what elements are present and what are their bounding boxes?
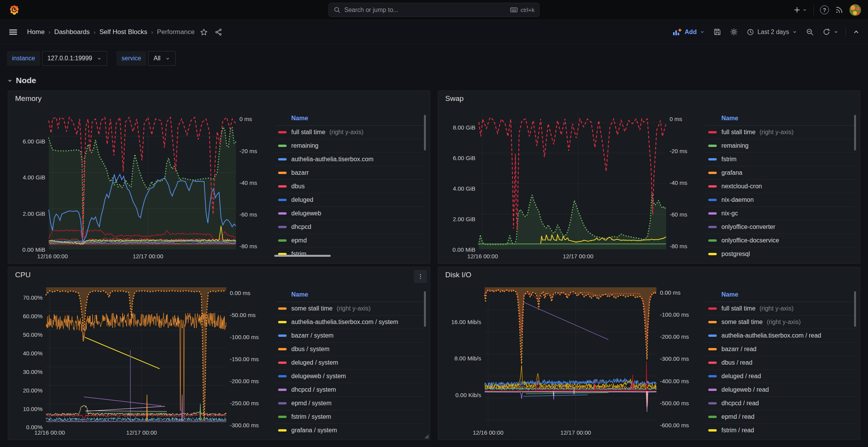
legend-item[interactable]: dbus / read [705,356,855,370]
legend-item-name: fstrim / system [291,413,331,420]
legend-item[interactable]: authelia-authelia.tiserbox.com / system [275,316,425,329]
refresh-button[interactable] [821,26,840,38]
legend-item[interactable]: dhcpcd / read [705,397,855,410]
legend-item[interactable]: deluged / read [705,370,855,383]
legend-item-name: nix-daemon [721,196,754,203]
legend-item[interactable]: remaining [705,139,855,153]
add-button[interactable]: Add [671,26,706,38]
search-placeholder: Search or jump to... [344,7,506,14]
panel-title-cpu[interactable]: CPU [15,271,31,279]
legend-item[interactable]: deluged / system [275,356,425,370]
plot-area[interactable] [49,111,236,249]
legend-scrollbar[interactable] [854,115,856,150]
legend-item[interactable]: onlyoffice-converter [705,220,855,234]
breadcrumb-home[interactable]: Home [27,28,44,36]
new-button[interactable] [793,6,807,14]
legend-item[interactable]: delugeweb / system [275,370,425,383]
legend-item[interactable]: some stall time (right y-axis) [705,316,855,329]
legend-item[interactable]: nix-daemon [705,193,855,207]
legend-item[interactable]: grafana / system [275,424,425,434]
user-avatar[interactable] [849,4,861,16]
y-tick-label: -80 ms [670,243,687,249]
legend-item[interactable]: authelia-authelia.tiserbox.com / read [705,329,855,343]
legend-item[interactable]: epmd / read [705,410,855,424]
legend-scrollbar[interactable] [424,115,426,150]
chart-svg-cpu [46,287,226,426]
legend-item[interactable]: nix-gc [705,207,855,220]
legend-item[interactable]: full stall time (right y-axis) [705,302,855,316]
variable-instance-value[interactable]: 127.0.0.1:19999 [42,51,108,66]
legend-item[interactable]: full stall time (right y-axis) [705,126,855,139]
legend-item[interactable]: dhcpcd [275,220,425,234]
y-axis-left: 8.00 GiB6.00 GiB4.00 GiB2.00 GiB0.00 MiB [442,111,479,261]
legend-item[interactable]: dbus / system [275,343,425,356]
y-tick-label: -200.00 ms [230,378,259,384]
search-input[interactable]: Search or jump to... ctrl+k [328,3,540,17]
y-tick-label: 4.00 GiB [23,174,45,181]
panel-title-swap[interactable]: Swap [445,94,464,103]
legend-item[interactable]: bazarr / system [275,329,425,343]
legend-item[interactable]: postgresql [705,247,855,258]
legend: Namesome stall time (right y-axis)authel… [273,283,426,437]
legend-item[interactable]: epmd / system [275,397,425,410]
help-icon[interactable]: ? [820,5,829,14]
y-tick-label: -100.00 ms [660,311,689,318]
grafana-logo[interactable] [9,4,20,16]
legend-item[interactable]: epmd [275,234,425,247]
legend-item[interactable]: bazarr / read [705,343,855,356]
save-dashboard-button[interactable] [712,26,723,38]
legend-item[interactable]: deluged [275,193,425,207]
panel-resize-handle[interactable] [424,434,429,438]
variables-row: instance 127.0.0.1:19999 service All [0,44,868,66]
legend-scrollbar[interactable] [424,291,426,327]
panel-menu-icon[interactable] [414,270,427,283]
legend-item[interactable]: dhcpcd / system [275,383,425,397]
legend-item-suffix: (right y-axis) [765,319,801,325]
collapse-toolbar-button[interactable] [851,27,861,37]
legend-swatch [278,402,287,404]
news-rss-icon[interactable] [835,6,843,14]
panel-title-memory[interactable]: Memory [15,94,42,103]
legend-item-name: postgresql [721,251,750,258]
variable-service-label[interactable]: service [116,51,146,66]
legend-item[interactable]: fstrim [705,153,855,166]
legend-swatch [708,239,717,242]
legend-item[interactable]: dbus [275,180,425,193]
y-tick-label: -100.00 ms [230,334,259,340]
legend-item[interactable]: authelia-authelia.tiserbox.com [275,153,425,166]
legend-item[interactable]: bazarr [275,166,425,180]
y-tick-label: 0 ms [239,116,252,122]
legend-item[interactable]: delugeweb / read [705,383,855,397]
legend-item[interactable]: nextcloud-cron [705,180,855,193]
dashboard-settings-button[interactable] [728,26,740,38]
legend-item[interactable]: fstrim / system [275,410,425,424]
plot-area[interactable] [46,287,226,426]
legend-item[interactable]: delugeweb [275,207,425,220]
legend-item[interactable]: some stall time (right y-axis) [275,302,425,316]
x-tick-label: 12/17 00:00 [563,253,593,259]
zoom-out-button[interactable] [804,26,815,38]
legend-header-name: Name [275,290,425,302]
row-node-toggle[interactable]: Node [0,66,868,90]
star-icon[interactable] [198,27,209,38]
variable-service-value[interactable]: All [148,51,176,66]
time-range-picker[interactable]: Last 2 days [745,26,799,38]
menu-toggle-icon[interactable] [7,26,19,38]
legend: Namefull stall time (right y-axis)remain… [703,106,856,261]
share-icon[interactable] [213,27,224,38]
variable-instance-label[interactable]: instance [7,51,40,66]
breadcrumb-dashboards[interactable]: Dashboards [54,28,90,36]
legend-item[interactable]: fstrim / read [705,424,855,434]
y-tick-label: 0.00 ms [230,290,250,296]
legend-item[interactable]: grafana [705,166,855,180]
legend-item[interactable]: remaining [275,139,425,153]
plot-area[interactable] [479,111,666,249]
legend-item[interactable]: onlyoffice-docservice [705,234,855,247]
panel-title-disk[interactable]: Disk I/O [445,271,472,279]
legend-scrollbar[interactable] [854,291,856,327]
legend-item[interactable]: full stall time (right y-axis) [275,126,425,139]
y-tick-label: 40.00% [23,350,43,356]
plot-area[interactable] [485,287,656,426]
legend-h-scrollbar[interactable] [274,255,331,257]
breadcrumb-self-host-blocks[interactable]: Self Host Blocks [99,28,147,36]
